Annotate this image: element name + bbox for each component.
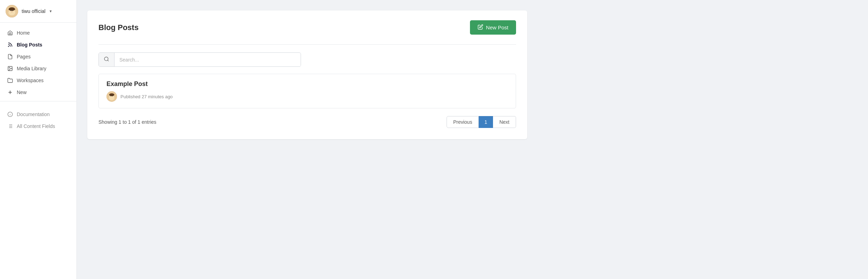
post-title: Example Post <box>106 80 508 88</box>
sidebar-item-media-library-label: Media Library <box>17 66 46 71</box>
svg-line-21 <box>108 60 109 61</box>
posts-list: Example Post Published 27 minutes ago <box>98 74 516 108</box>
avatar <box>6 5 18 17</box>
svg-point-20 <box>104 57 108 61</box>
sidebar-item-new[interactable]: New <box>0 86 76 98</box>
plus-icon <box>7 90 13 95</box>
post-published-time: Published 27 minutes ago <box>120 94 173 99</box>
previous-button[interactable]: Previous <box>447 116 479 128</box>
sidebar-item-home-label: Home <box>17 30 30 36</box>
header-divider <box>98 44 516 45</box>
sidebar-item-workspaces-label: Workspaces <box>17 78 44 83</box>
post-author-avatar <box>106 91 117 102</box>
svg-point-27 <box>112 96 113 96</box>
sidebar-bottom: Documentation All Content Fields <box>0 104 76 136</box>
sidebar-item-workspaces[interactable]: Workspaces <box>0 74 76 86</box>
svg-point-5 <box>13 10 13 11</box>
sidebar-item-pages[interactable]: Pages <box>0 51 76 63</box>
entries-info: Showing 1 to 1 of 1 entries <box>98 119 156 125</box>
sidebar-item-pages-label: Pages <box>17 54 31 59</box>
svg-point-8 <box>9 67 10 68</box>
page-title: Blog Posts <box>98 23 139 32</box>
next-button[interactable]: Next <box>493 116 516 128</box>
content-card: Blog Posts New Post <box>87 10 527 139</box>
search-button[interactable] <box>99 53 115 66</box>
search-bar <box>98 52 301 67</box>
svg-point-4 <box>10 10 11 11</box>
sidebar-item-all-content-fields[interactable]: All Content Fields <box>0 120 76 132</box>
page-1-button[interactable]: 1 <box>479 116 493 128</box>
nav-divider <box>0 101 76 101</box>
sidebar: tiwu official ▾ Home Blog Posts <box>0 0 77 279</box>
image-icon <box>7 66 13 71</box>
sidebar-item-home[interactable]: Home <box>0 27 76 39</box>
sidebar-item-blog-posts-label: Blog Posts <box>17 42 42 48</box>
file-icon <box>7 54 13 59</box>
search-input[interactable] <box>115 53 301 66</box>
list-icon <box>7 123 13 129</box>
sidebar-item-documentation[interactable]: Documentation <box>0 108 76 120</box>
info-icon <box>7 112 13 117</box>
username-label: tiwu official <box>22 8 45 14</box>
main-content: Blog Posts New Post <box>77 0 868 279</box>
table-row[interactable]: Example Post Published 27 minutes ago <box>99 74 516 108</box>
pagination-area: Showing 1 to 1 of 1 entries Previous 1 N… <box>98 116 516 128</box>
sidebar-item-media-library[interactable]: Media Library <box>0 63 76 74</box>
sidebar-item-blog-posts[interactable]: Blog Posts <box>0 39 76 51</box>
sidebar-item-documentation-label: Documentation <box>17 112 50 117</box>
chevron-down-icon: ▾ <box>50 9 52 14</box>
new-post-button[interactable]: New Post <box>470 20 516 35</box>
post-meta: Published 27 minutes ago <box>106 91 508 102</box>
svg-point-26 <box>111 96 111 96</box>
sidebar-item-new-label: New <box>17 90 27 95</box>
new-post-label: New Post <box>486 24 508 30</box>
pencil-icon <box>478 24 483 31</box>
home-icon <box>7 30 13 36</box>
main-nav: Home Blog Posts Pages <box>0 23 76 279</box>
sidebar-item-all-content-fields-label: All Content Fields <box>17 123 55 129</box>
pagination-controls: Previous 1 Next <box>447 116 516 128</box>
svg-point-6 <box>8 46 9 46</box>
rss-icon <box>7 42 13 48</box>
folder-icon <box>7 78 13 83</box>
svg-point-25 <box>109 93 115 96</box>
search-icon <box>104 56 109 63</box>
card-header: Blog Posts New Post <box>98 20 516 35</box>
user-menu[interactable]: tiwu official ▾ <box>0 0 76 23</box>
